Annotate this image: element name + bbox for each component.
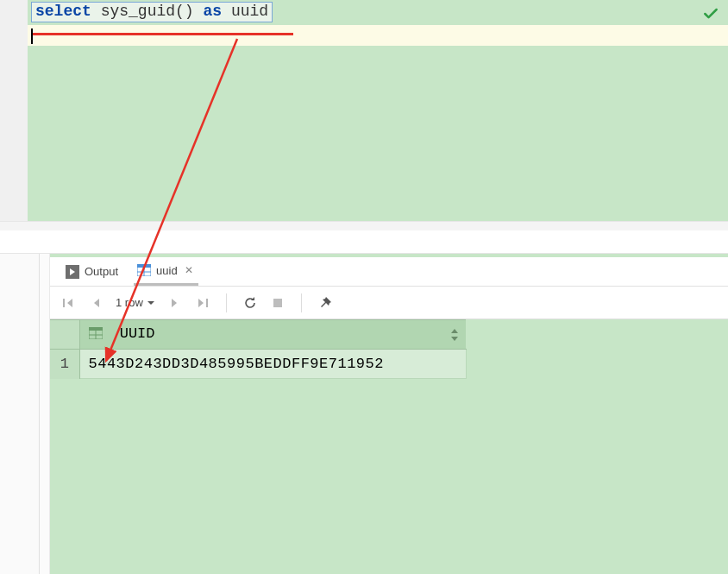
reload-button[interactable] — [242, 295, 258, 311]
sort-handle-icon[interactable] — [450, 320, 459, 349]
cell-uuid-value[interactable]: 5443D243DD3D485995BEDDFF9E711952 — [79, 350, 466, 379]
space — [194, 3, 204, 20]
svg-rect-4 — [273, 299, 282, 307]
first-page-button[interactable] — [60, 295, 76, 311]
row-number-header[interactable] — [50, 320, 79, 350]
last-page-button[interactable] — [195, 295, 210, 311]
toolbar-divider — [301, 293, 302, 312]
table-row[interactable]: 1 5443D243DD3D485995BEDDFF9E711952 — [50, 350, 466, 379]
column-header-uuid[interactable]: UUID — [79, 320, 466, 350]
tab-result-uuid[interactable]: uuid ✕ — [134, 257, 198, 286]
result-toolbar: 1 row — [50, 287, 728, 319]
row-number: 1 — [50, 350, 79, 379]
pane-splitter[interactable] — [0, 221, 728, 254]
next-page-button[interactable] — [167, 295, 183, 311]
play-output-icon — [66, 265, 79, 279]
row-count-label: 1 row — [116, 296, 143, 309]
results-panel: Output uuid ✕ — [0, 254, 728, 574]
tab-output[interactable]: Output — [62, 257, 122, 286]
tab-output-label: Output — [85, 265, 118, 278]
pin-button[interactable] — [317, 295, 333, 311]
keyword-select: select — [35, 3, 91, 20]
active-line-highlight — [28, 25, 728, 46]
tab-result-label: uuid — [156, 264, 178, 277]
keyword-as: as — [203, 3, 222, 20]
result-table: UUID 1 5443D243DD3D485995BEDDFF9E711952 — [50, 319, 728, 379]
alias-name: uuid — [231, 3, 268, 20]
thin-gutter — [40, 254, 50, 574]
annotation-underline — [31, 33, 293, 35]
stop-button[interactable] — [270, 295, 286, 311]
function-name: sys_guid() — [101, 3, 194, 20]
column-header-label: UUID — [120, 325, 155, 342]
space — [222, 3, 231, 20]
table-icon — [137, 264, 151, 276]
side-gutter — [0, 254, 40, 574]
sql-statement[interactable]: select sys_guid() as uuid — [31, 2, 273, 22]
syntax-ok-icon — [702, 5, 719, 22]
column-icon — [89, 327, 111, 344]
prev-page-button[interactable] — [88, 295, 104, 311]
close-icon[interactable]: ✕ — [183, 264, 195, 276]
result-pane: Output uuid ✕ — [50, 254, 728, 574]
row-count-dropdown[interactable]: 1 row — [116, 296, 155, 309]
chevron-down-icon — [147, 299, 155, 307]
space — [91, 3, 101, 20]
toolbar-divider — [226, 293, 227, 312]
sql-editor-area[interactable]: select sys_guid() as uuid — [0, 0, 728, 221]
result-tabs: Output uuid ✕ — [50, 257, 728, 287]
text-caret — [31, 28, 33, 44]
